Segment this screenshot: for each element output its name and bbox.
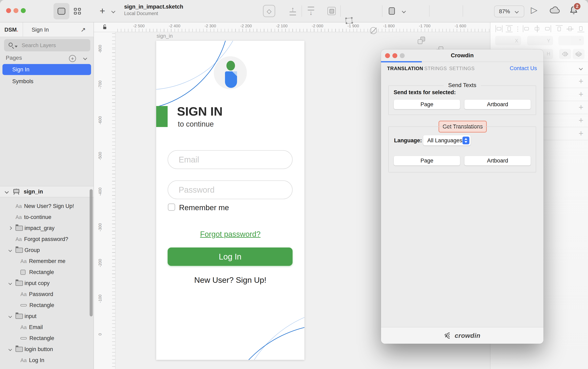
- email-field[interactable]: Email: [168, 150, 293, 169]
- layer-item-rectangle[interactable]: Rectangle: [0, 333, 94, 344]
- text-layer-icon: Aa: [16, 236, 24, 242]
- progress-indicator: [381, 61, 422, 62]
- layer-item-group[interactable]: Group: [0, 245, 94, 256]
- tab-translation[interactable]: TRANSLATION: [387, 66, 423, 71]
- layer-item-forgot-password[interactable]: AaForgot password?: [0, 234, 94, 245]
- impact-gray-rectangle[interactable]: [156, 106, 168, 127]
- folder-icon: [16, 314, 23, 319]
- get-page-button[interactable]: Page: [394, 156, 460, 166]
- sidebar-scrollbar[interactable]: [90, 189, 93, 316]
- ruler-label: 0: [98, 333, 103, 335]
- layer-item-rectangle[interactable]: Rectangle: [0, 300, 94, 311]
- grid-view-button[interactable]: [69, 3, 85, 19]
- diamond-icon: ◇: [267, 8, 271, 15]
- zoom-window-icon[interactable]: [21, 8, 26, 13]
- folder-icon: [16, 226, 23, 231]
- tab-settings[interactable]: SETTINGS: [449, 66, 475, 71]
- edit-shape-icon[interactable]: [344, 16, 354, 26]
- resize-chevron-icon[interactable]: [402, 9, 406, 13]
- layer-label: login button: [24, 346, 53, 352]
- layer-label: Rectangle: [29, 335, 54, 341]
- cloud-icon: [549, 6, 561, 14]
- dialog-titlebar[interactable]: Crowdin: [381, 49, 544, 62]
- move-backward-icon[interactable]: [306, 6, 316, 16]
- dropdown-stepper-icon[interactable]: [462, 137, 469, 144]
- remember-me-label[interactable]: Remember me: [179, 203, 229, 212]
- text-layer-icon: Aa: [16, 203, 24, 209]
- insert-button[interactable]: +: [100, 6, 105, 16]
- logo-drop[interactable]: [225, 71, 237, 88]
- text-layer-icon: Aa: [21, 357, 29, 363]
- toolbar-separator: [382, 5, 382, 17]
- sign-in-heading[interactable]: SIGN IN: [177, 104, 222, 119]
- send-page-button[interactable]: Page: [394, 100, 460, 109]
- to-continue-text[interactable]: to continue: [178, 120, 214, 129]
- crowdin-plugin-dialog: Crowdin TRANSLATION STRINGS SETTINGS Con…: [381, 49, 544, 344]
- preview-button[interactable]: ▷: [531, 5, 537, 15]
- layer-item-rectangle[interactable]: Rectangle: [0, 267, 94, 278]
- sign-up-link[interactable]: New User? Sign Up!: [156, 276, 304, 285]
- layer-item-new-user-sign-up[interactable]: AaNew User? Sign Up!: [0, 201, 94, 212]
- artboard-layer-header[interactable]: sign_in: [0, 186, 94, 197]
- chevron-right-icon[interactable]: [9, 227, 12, 230]
- rotate-icon[interactable]: [368, 26, 378, 35]
- add-blur-button[interactable]: +: [579, 129, 583, 137]
- log-in-button[interactable]: Log In: [168, 248, 293, 266]
- folder-icon: [16, 347, 23, 352]
- minimize-window-icon[interactable]: [13, 8, 18, 13]
- zoom-select[interactable]: 87%: [494, 6, 524, 17]
- password-field[interactable]: Password: [168, 180, 293, 199]
- chevron-down-icon[interactable]: [9, 281, 12, 285]
- cloud-share-button[interactable]: [549, 6, 561, 15]
- zoom-value: 87%: [499, 8, 510, 15]
- add-border-button[interactable]: +: [579, 103, 583, 111]
- chevron-down-icon[interactable]: [5, 189, 9, 194]
- add-style-button[interactable]: +: [579, 77, 583, 85]
- ruler-label: -200: [98, 259, 103, 267]
- get-artboard-button[interactable]: Artboard: [464, 156, 531, 166]
- language-dropdown[interactable]: All Languages: [423, 135, 471, 146]
- document-info[interactable]: sign_in_impact.sketch Local Document: [124, 4, 183, 16]
- layer-item-input[interactable]: input: [0, 311, 94, 322]
- chevron-down-icon[interactable]: [9, 315, 12, 318]
- remember-me-checkbox[interactable]: [168, 203, 175, 211]
- resize-icon[interactable]: [387, 6, 397, 16]
- component-button[interactable]: ◇: [263, 5, 275, 17]
- document-subtitle: Local Document: [124, 11, 183, 16]
- ruler-label: -500: [98, 152, 103, 160]
- canvas-view-button[interactable]: [53, 3, 69, 19]
- folder-icon: [16, 248, 23, 253]
- forgot-password-link[interactable]: Forgot password?: [156, 230, 304, 239]
- layer-label: Group: [24, 247, 40, 253]
- folder-icon: [16, 281, 23, 286]
- view-toggle: [53, 3, 85, 19]
- layer-item-impact-gray[interactable]: impact_gray: [0, 223, 94, 234]
- layer-item-login-button[interactable]: login button: [0, 344, 94, 355]
- layer-item-password[interactable]: AaPassword: [0, 289, 94, 300]
- layer-item-to-continue[interactable]: Aato-continue: [0, 212, 94, 223]
- layer-item-input-copy[interactable]: input copy: [0, 278, 94, 289]
- layer-item-log-in[interactable]: AaLog In: [0, 355, 94, 366]
- left-sidebar: DSM. Sign In ↗ Pages + Sign InSymbols si…: [0, 22, 94, 369]
- crowdin-logo-icon: [444, 332, 453, 339]
- tab-strings[interactable]: STRINGS: [424, 66, 447, 71]
- create-symbol-icon[interactable]: [417, 35, 426, 45]
- page-item-symbols[interactable]: Symbols: [2, 76, 91, 87]
- add-shadow-button[interactable]: +: [579, 116, 583, 124]
- contact-us-link[interactable]: Contact Us: [510, 65, 537, 71]
- layer-label: Rectangle: [29, 269, 54, 275]
- chevron-down-icon[interactable]: [9, 348, 12, 351]
- artboard-sign-in[interactable]: SIGN IN to continue Email Password Remem…: [156, 41, 304, 360]
- group-icon[interactable]: [327, 6, 336, 16]
- close-window-icon[interactable]: [6, 8, 11, 13]
- layer-item-remember-me[interactable]: AaRemember me: [0, 256, 94, 267]
- send-artboard-button[interactable]: Artboard: [464, 100, 531, 109]
- chevron-down-icon[interactable]: [9, 249, 12, 252]
- move-forward-icon[interactable]: [288, 6, 298, 16]
- layer-item-email[interactable]: AaEmail: [0, 322, 94, 333]
- toolbar-separator: [340, 5, 341, 17]
- add-fill-button[interactable]: +: [579, 90, 583, 98]
- sketch-app-window: + sign_in_impact.sketch Local Document ◇…: [0, 0, 588, 369]
- document-title: sign_in_impact.sketch: [124, 4, 183, 10]
- text-layer-icon: Aa: [16, 214, 24, 220]
